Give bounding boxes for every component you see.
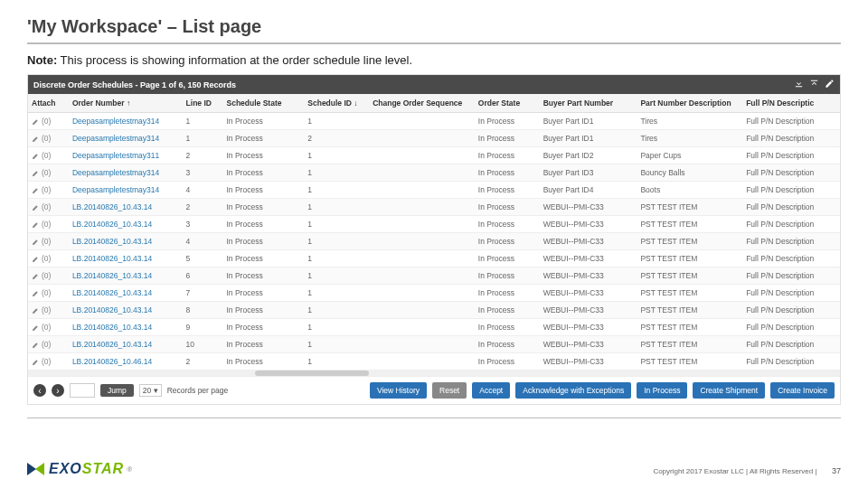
in-process-button[interactable]: In Process <box>637 382 687 399</box>
cell-schedule-id: 1 <box>304 336 369 353</box>
order-number-link[interactable]: LB.20140826_10.43.14 <box>69 336 183 353</box>
edit-icon[interactable] <box>825 79 835 90</box>
ack-exceptions-button[interactable]: Acknowledge with Exceptions <box>515 382 631 399</box>
order-number-link[interactable]: LB.20140826_10.46.14 <box>69 353 183 371</box>
note-text: This process is showing information at t… <box>57 53 412 67</box>
order-number-link[interactable]: LB.20140826_10.43.14 <box>69 285 183 302</box>
column-header[interactable]: Attach <box>28 94 69 113</box>
order-number-link[interactable]: Deepasampletestmay314 <box>69 113 183 130</box>
cell-schedule-state: In Process <box>223 353 305 371</box>
cell-line-id: 9 <box>183 319 223 336</box>
pagesize-select[interactable]: 20 ▾ <box>139 384 162 397</box>
horizontal-scrollbar[interactable] <box>28 371 840 376</box>
cell-schedule-id: 1 <box>304 319 369 336</box>
column-header[interactable]: Change Order Sequence <box>369 94 475 113</box>
table-row[interactable]: (0)Deepasampletestmay3112In Process1In P… <box>28 147 840 164</box>
column-header[interactable]: Schedule State <box>223 94 305 113</box>
attach-icons[interactable]: (0) <box>32 151 65 160</box>
attach-icons[interactable]: (0) <box>32 185 65 194</box>
column-header[interactable]: Schedule ID ↓ <box>304 94 369 113</box>
create-invoice-button[interactable]: Create Invoice <box>770 382 835 399</box>
cell-part-desc: Paper Cups <box>637 147 742 164</box>
cell-schedule-id: 1 <box>304 353 369 371</box>
attach-icons[interactable]: (0) <box>32 254 65 263</box>
cell-line-id: 5 <box>183 250 223 267</box>
column-header[interactable]: Line ID <box>183 94 223 113</box>
table-row[interactable]: (0)LB.20140826_10.46.142In Process1In Pr… <box>28 353 840 371</box>
cell-schedule-state: In Process <box>223 250 305 267</box>
order-number-link[interactable]: LB.20140826_10.43.14 <box>69 233 183 250</box>
table-row[interactable]: (0)LB.20140826_10.43.145In Process1In Pr… <box>28 250 840 267</box>
column-header[interactable]: Buyer Part Number <box>540 94 637 113</box>
cell-part-desc: PST TEST ITEM <box>637 285 742 302</box>
prev-page-button[interactable]: ‹ <box>33 384 46 397</box>
next-page-button[interactable]: › <box>52 384 64 397</box>
column-header[interactable]: Order State <box>475 94 540 113</box>
order-number-link[interactable]: LB.20140826_10.43.14 <box>69 267 183 285</box>
cell-part-desc: Tires <box>637 130 742 147</box>
cell-buyer-part: WEBUI--PMI-C33 <box>540 319 637 336</box>
order-number-link[interactable]: LB.20140826_10.43.14 <box>69 216 183 233</box>
order-number-link[interactable]: Deepasampletestmay314 <box>69 130 183 147</box>
cell-part-desc: PST TEST ITEM <box>637 216 742 233</box>
cell-change-seq <box>369 319 475 336</box>
pager-bar: ‹ › Jump 20 ▾ Records per page View Hist… <box>28 376 840 404</box>
column-header[interactable]: Full P/N Descriptic <box>742 94 840 113</box>
jump-button[interactable]: Jump <box>100 384 134 397</box>
attach-icons[interactable]: (0) <box>32 323 65 332</box>
cell-schedule-state: In Process <box>223 336 305 353</box>
table-row[interactable]: (0)LB.20140826_10.43.148In Process1In Pr… <box>28 302 840 319</box>
upload-icon[interactable] <box>809 79 819 90</box>
table-row[interactable]: (0)LB.20140826_10.43.144In Process1In Pr… <box>28 233 840 250</box>
attach-icons[interactable]: (0) <box>32 340 65 349</box>
cell-full-desc: Full P/N Description <box>742 182 840 199</box>
cell-change-seq <box>369 353 475 371</box>
attach-icons[interactable]: (0) <box>32 117 65 126</box>
cell-order-state: In Process <box>475 302 540 319</box>
create-shipment-button[interactable]: Create Shipment <box>693 382 765 399</box>
cell-schedule-id: 1 <box>304 199 369 216</box>
attach-icons[interactable]: (0) <box>32 305 65 314</box>
attach-icons[interactable]: (0) <box>32 220 65 229</box>
attach-icons[interactable]: (0) <box>32 271 65 280</box>
column-header[interactable]: Order Number ↑ <box>69 94 183 113</box>
attach-icons[interactable]: (0) <box>32 237 65 246</box>
order-number-link[interactable]: Deepasampletestmay311 <box>69 147 183 164</box>
table-row[interactable]: (0)Deepasampletestmay3143In Process1In P… <box>28 164 840 182</box>
order-number-link[interactable]: LB.20140826_10.43.14 <box>69 199 183 216</box>
cell-schedule-id: 1 <box>304 216 369 233</box>
attach-icons[interactable]: (0) <box>32 357 65 366</box>
column-header[interactable]: Part Number Description <box>637 94 742 113</box>
order-number-link[interactable]: Deepasampletestmay314 <box>69 182 183 199</box>
cell-part-desc: PST TEST ITEM <box>637 233 742 250</box>
table-row[interactable]: (0)LB.20140826_10.43.1410In Process1In P… <box>28 336 840 353</box>
table-row[interactable]: (0)LB.20140826_10.43.143In Process1In Pr… <box>28 216 840 233</box>
table-row[interactable]: (0)LB.20140826_10.43.142In Process1In Pr… <box>28 199 840 216</box>
table-row[interactable]: (0)Deepasampletestmay3141In Process1In P… <box>28 113 840 130</box>
table-row[interactable]: (0)LB.20140826_10.43.149In Process1In Pr… <box>28 319 840 336</box>
attach-icons[interactable]: (0) <box>32 202 65 211</box>
cell-buyer-part: Buyer Part ID1 <box>540 130 637 147</box>
order-number-link[interactable]: LB.20140826_10.43.14 <box>69 319 183 336</box>
download-icon[interactable] <box>794 79 804 90</box>
table-row[interactable]: (0)LB.20140826_10.43.147In Process1In Pr… <box>28 285 840 302</box>
view-history-button[interactable]: View History <box>370 382 427 399</box>
attach-icons[interactable]: (0) <box>32 288 65 297</box>
page-input[interactable] <box>70 383 95 398</box>
cell-change-seq <box>369 113 475 130</box>
order-number-link[interactable]: Deepasampletestmay314 <box>69 164 183 182</box>
table-row[interactable]: (0)LB.20140826_10.43.146In Process1In Pr… <box>28 267 840 285</box>
cell-order-state: In Process <box>475 250 540 267</box>
order-number-link[interactable]: LB.20140826_10.43.14 <box>69 250 183 267</box>
table-row[interactable]: (0)Deepasampletestmay3144In Process1In P… <box>28 182 840 199</box>
cell-line-id: 1 <box>183 130 223 147</box>
panel-title-text: Discrete Order Schedules - Page 1 of 6, … <box>33 80 236 89</box>
order-number-link[interactable]: LB.20140826_10.43.14 <box>69 302 183 319</box>
cell-buyer-part: WEBUI--PMI-C33 <box>540 285 637 302</box>
table-row[interactable]: (0)Deepasampletestmay3141In Process2In P… <box>28 130 840 147</box>
accept-button[interactable]: Accept <box>472 382 510 399</box>
cell-order-state: In Process <box>475 199 540 216</box>
reset-button[interactable]: Reset <box>432 382 467 399</box>
attach-icons[interactable]: (0) <box>32 168 65 177</box>
attach-icons[interactable]: (0) <box>32 134 65 143</box>
